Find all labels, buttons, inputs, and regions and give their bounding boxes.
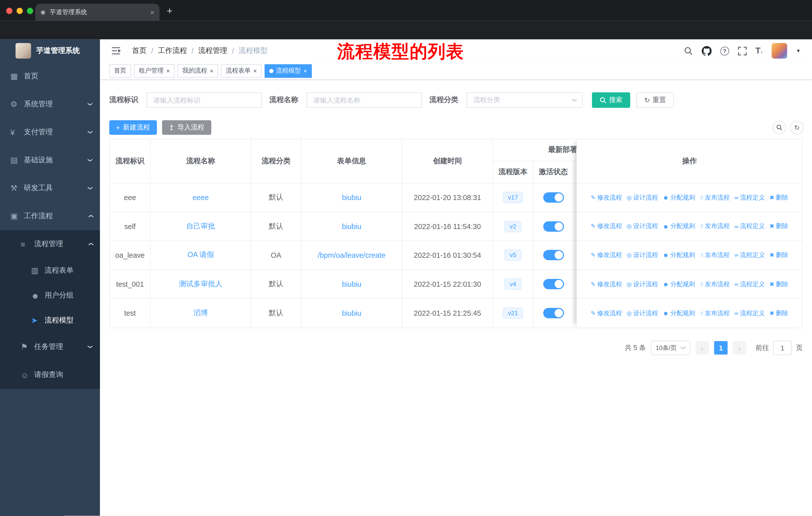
action-design-link[interactable]: ◎设计流程 (627, 251, 658, 260)
create-process-button[interactable]: + 新建流程 (109, 120, 156, 135)
active-toggle[interactable] (543, 192, 563, 203)
action-edit-link[interactable]: ✎修改流程 (591, 222, 622, 231)
form-info-link[interactable]: biubiu (342, 280, 361, 288)
sidebar-item-11[interactable]: ☺请假查询 (0, 361, 100, 389)
tag-1[interactable]: 租户管理× (134, 64, 175, 77)
action-edit-link[interactable]: ✎修改流程 (591, 251, 622, 260)
font-size-icon[interactable]: T↕ (755, 46, 763, 55)
sidebar-item-6[interactable]: ≡流程管理❯ (0, 230, 100, 258)
process-name-link[interactable]: OA 请假 (187, 251, 214, 260)
filter-name-input[interactable] (307, 92, 422, 108)
active-toggle[interactable] (543, 308, 563, 318)
action-definition-link[interactable]: ∞流程定义 (734, 222, 765, 231)
action-edit-link[interactable]: ✎修改流程 (591, 280, 622, 289)
tag-3[interactable]: 流程表单× (221, 64, 262, 77)
tag-close-icon[interactable]: × (166, 67, 170, 74)
current-page-button[interactable]: 1 (714, 341, 727, 354)
minimize-window-button[interactable] (17, 8, 23, 14)
action-assign-link[interactable]: ☻分配规则 (663, 309, 695, 318)
process-name-link[interactable]: 滔博 (193, 309, 208, 318)
new-tab-button[interactable]: + (167, 6, 172, 16)
tag-0[interactable]: 首页 (109, 64, 131, 77)
breadcrumb-workflow[interactable]: 工作流程 (158, 46, 187, 55)
maximize-window-button[interactable] (27, 8, 33, 14)
action-design-link[interactable]: ◎设计流程 (627, 222, 658, 231)
action-design-link[interactable]: ◎设计流程 (627, 193, 658, 202)
action-assign-link[interactable]: ☻分配规则 (663, 251, 695, 260)
action-definition-link[interactable]: ∞流程定义 (734, 309, 765, 318)
sidebar-item-4[interactable]: ⚒研发工具❯ (0, 174, 100, 202)
form-info-link[interactable]: biubiu (342, 309, 361, 318)
prev-page-button[interactable]: ‹ (695, 341, 709, 354)
tag-2[interactable]: 我的流程× (178, 64, 218, 77)
action-delete-link[interactable]: ✖删除 (770, 309, 788, 318)
sidebar-item-3[interactable]: ▤基础设施❯ (0, 146, 100, 174)
action-publish-link[interactable]: ☝发布流程 (700, 280, 730, 289)
sidebar-item-10[interactable]: ⚑任务管理❯ (0, 333, 100, 361)
goto-page-input[interactable] (773, 341, 792, 355)
process-name-link[interactable]: 自己审批 (186, 222, 215, 231)
active-toggle[interactable] (543, 221, 563, 232)
next-page-button[interactable]: › (733, 341, 746, 354)
sidebar-item-8[interactable]: ☻用户分组 (0, 283, 100, 308)
action-definition-link[interactable]: ∞流程定义 (734, 193, 765, 202)
reset-button[interactable]: ↻ 重置 (637, 92, 674, 108)
sidebar-item-5[interactable]: ▣工作流程❯ (0, 202, 100, 230)
page-size-select[interactable]: 10条/页 ❯ (651, 341, 690, 355)
close-window-button[interactable] (6, 8, 12, 14)
tag-close-icon[interactable]: × (210, 67, 213, 74)
action-edit-link[interactable]: ✎修改流程 (591, 309, 622, 318)
refresh-table-button[interactable]: ↻ (790, 121, 804, 134)
action-delete-link[interactable]: ✖删除 (770, 222, 788, 231)
tag-4[interactable]: 流程模型× (265, 64, 312, 77)
action-delete-link[interactable]: ✖删除 (770, 251, 788, 260)
github-icon[interactable] (701, 46, 711, 56)
action-publish-link[interactable]: ☝发布流程 (700, 222, 730, 231)
operations-row: ✎修改流程◎设计流程☻分配规则☝发布流程∞流程定义✖删除 (577, 212, 802, 241)
sidebar-item-1[interactable]: ⚙系统管理❯ (0, 90, 100, 118)
action-assign-link[interactable]: ☻分配规则 (663, 280, 695, 289)
form-info-link[interactable]: /bpm/oa/leave/create (318, 251, 385, 260)
action-assign-link[interactable]: ☻分配规则 (663, 222, 695, 231)
search-button[interactable]: 搜索 (592, 92, 630, 108)
fullscreen-icon[interactable] (738, 46, 747, 55)
filter-category-select[interactable]: 流程分类 ❯ (467, 92, 583, 108)
action-publish-link[interactable]: ☝发布流程 (700, 309, 730, 318)
form-info-link[interactable]: biubiu (342, 222, 361, 230)
breadcrumb-home[interactable]: 首页 (132, 46, 147, 55)
avatar-caret-icon[interactable]: ▼ (796, 48, 801, 53)
action-delete-link[interactable]: ✖删除 (770, 193, 788, 202)
category-select-placeholder: 流程分类 (473, 96, 500, 105)
process-name-link[interactable]: 测试多审批人 (179, 279, 223, 289)
action-definition-link[interactable]: ∞流程定义 (734, 280, 765, 289)
active-toggle[interactable] (543, 279, 563, 289)
action-delete-link[interactable]: ✖删除 (770, 280, 788, 289)
tag-close-icon[interactable]: × (253, 67, 257, 74)
show-search-button[interactable] (773, 121, 786, 134)
browser-tab[interactable]: ❀ 芋道管理系统 × (35, 3, 160, 21)
form-info-link[interactable]: biubiu (342, 193, 361, 202)
tab-close-icon[interactable]: × (150, 8, 154, 17)
sidebar-item-9[interactable]: ➤流程模型 (0, 308, 100, 333)
import-process-button[interactable]: ↥ 导入流程 (162, 120, 211, 135)
action-publish-link[interactable]: ☝发布流程 (700, 251, 730, 260)
action-edit-link[interactable]: ✎修改流程 (591, 193, 622, 202)
help-icon[interactable]: ? (720, 46, 729, 55)
action-design-link[interactable]: ◎设计流程 (627, 309, 658, 318)
action-assign-link[interactable]: ☻分配规则 (663, 193, 695, 202)
filter-key-input[interactable] (146, 92, 262, 108)
process-name-link[interactable]: eeee (193, 193, 209, 202)
tag-close-icon[interactable]: × (303, 67, 307, 74)
hamburger-icon[interactable] (111, 47, 121, 55)
sidebar-item-7[interactable]: ▥流程表单 (0, 258, 100, 283)
sidebar-item-0[interactable]: ▦首页 (0, 62, 100, 90)
action-design-link[interactable]: ◎设计流程 (627, 280, 658, 289)
sidebar-item-2[interactable]: ¥支付管理❯ (0, 118, 100, 146)
action-publish-link[interactable]: ☝发布流程 (700, 193, 730, 202)
active-toggle[interactable] (543, 250, 563, 261)
cell-form-info: biubiu (301, 184, 402, 212)
action-definition-link[interactable]: ∞流程定义 (734, 251, 765, 260)
breadcrumb-flow-manage[interactable]: 流程管理 (198, 46, 227, 55)
search-icon[interactable] (684, 46, 693, 55)
avatar[interactable] (772, 43, 787, 59)
